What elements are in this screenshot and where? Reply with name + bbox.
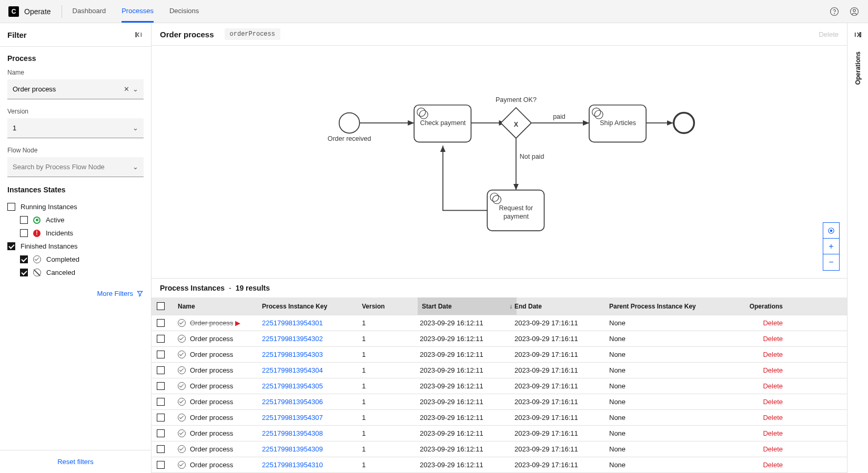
nav-decisions[interactable]: Decisions	[169, 1, 199, 23]
row-checkbox[interactable]	[157, 335, 165, 343]
row-checkbox[interactable]	[157, 414, 165, 421]
row-version: 1	[362, 319, 420, 327]
filter-icon	[136, 290, 144, 297]
delete-instance-button[interactable]: Delete	[730, 351, 783, 358]
delete-instance-button[interactable]: Delete	[730, 335, 783, 343]
instance-key-link[interactable]: 2251799813954304	[262, 366, 362, 374]
row-checkbox[interactable]	[157, 351, 165, 358]
zoom-reset-button[interactable]	[823, 223, 839, 239]
end-event-node[interactable]	[674, 113, 694, 133]
start-event-node[interactable]	[339, 113, 360, 133]
completed-status-icon	[178, 461, 186, 469]
col-name[interactable]: Name	[178, 303, 262, 310]
collapse-sidebar-icon[interactable]	[133, 29, 144, 40]
delete-instance-button[interactable]: Delete	[730, 398, 783, 406]
process-section-title: Process	[7, 54, 144, 63]
finished-instances-checkbox[interactable]: Finished Instances	[7, 240, 144, 253]
delete-instance-button[interactable]: Delete	[730, 429, 783, 437]
instance-key-link[interactable]: 2251799813954305	[262, 382, 362, 390]
row-checkbox[interactable]	[157, 398, 165, 406]
row-end: 2023-09-29 17:16:11	[514, 335, 609, 343]
active-checkbox[interactable]: Active	[7, 213, 144, 227]
instance-key-link[interactable]: 2251799813954306	[262, 398, 362, 406]
svg-rect-4	[136, 33, 137, 37]
start-event-label: Order received	[328, 135, 371, 142]
svg-text:X: X	[514, 121, 519, 128]
select-all-checkbox[interactable]	[157, 302, 165, 310]
page-title: Order process	[160, 30, 214, 39]
states-section-title: Instances States	[7, 186, 144, 194]
instance-key-link[interactable]: 2251799813954303	[262, 351, 362, 358]
row-version: 1	[362, 351, 420, 358]
col-start-date[interactable]: Start Date↓	[418, 297, 517, 315]
delete-instance-button[interactable]: Delete	[730, 461, 783, 469]
table-row[interactable]: Order process 2251799813954302 1 2023-09…	[152, 331, 847, 347]
checkbox-icon	[20, 216, 28, 224]
delete-instance-button[interactable]: Delete	[730, 382, 783, 390]
flownode-input[interactable]	[13, 163, 129, 171]
row-checkbox[interactable]	[157, 445, 165, 453]
delete-instance-button[interactable]: Delete	[730, 319, 783, 327]
row-checkbox[interactable]	[157, 319, 165, 327]
row-checkbox[interactable]	[157, 429, 165, 437]
completed-checkbox[interactable]: Completed	[7, 253, 144, 266]
user-icon[interactable]	[849, 6, 860, 17]
bpmn-diagram[interactable]: Order received Check payment X Payment O…	[152, 46, 847, 278]
instance-key-link[interactable]: 2251799813954310	[262, 461, 362, 469]
operations-rail[interactable]: Operations	[847, 23, 868, 473]
active-status-icon	[33, 217, 41, 224]
table-row[interactable]: Order process 2251799813954304 1 2023-09…	[152, 363, 847, 378]
instance-key-link[interactable]: 2251799813954302	[262, 335, 362, 343]
clear-icon[interactable]: ✕	[124, 85, 129, 93]
row-checkbox[interactable]	[157, 366, 165, 374]
table-row[interactable]: Order process 2251799813954310 1 2023-09…	[152, 457, 847, 473]
col-key[interactable]: Process Instance Key	[262, 303, 362, 310]
reset-filters-link[interactable]: Reset filters	[0, 450, 151, 473]
canceled-checkbox[interactable]: Canceled	[7, 266, 144, 279]
col-parent[interactable]: Parent Process Instance Key	[609, 303, 730, 310]
zoom-in-button[interactable]: +	[823, 239, 839, 254]
chevron-down-icon[interactable]: ⌄	[133, 85, 138, 93]
instance-key-link[interactable]: 2251799813954307	[262, 414, 362, 421]
delete-definition-button[interactable]: Delete	[819, 30, 839, 38]
zoom-out-button[interactable]: −	[823, 254, 839, 270]
table-row[interactable]: Order process 2251799813954303 1 2023-09…	[152, 347, 847, 363]
name-select[interactable]: ✕ ⌄	[7, 79, 144, 99]
table-row[interactable]: Order process 2251799813954309 1 2023-09…	[152, 441, 847, 457]
incidents-checkbox[interactable]: ! Incidents	[7, 227, 144, 240]
instance-key-link[interactable]: 2251799813954309	[262, 445, 362, 453]
svg-point-3	[853, 9, 856, 12]
delete-instance-button[interactable]: Delete	[730, 445, 783, 453]
instance-key-link[interactable]: 2251799813954308	[262, 429, 362, 437]
expand-rail-icon[interactable]	[854, 30, 862, 39]
table-row[interactable]: Order process 2251799813954305 1 2023-09…	[152, 378, 847, 394]
completed-status-icon	[33, 255, 41, 263]
col-end-date[interactable]: End Date	[514, 303, 609, 310]
more-filters-link[interactable]: More Filters	[7, 290, 144, 297]
table-row[interactable]: Order process 2251799813954307 1 2023-09…	[152, 410, 847, 426]
chevron-down-icon[interactable]: ⌄	[133, 124, 138, 132]
version-input[interactable]	[13, 124, 129, 132]
help-icon[interactable]	[829, 6, 840, 17]
svg-point-13	[830, 230, 832, 232]
row-name: Order process	[190, 461, 233, 469]
chevron-down-icon[interactable]: ⌄	[133, 163, 138, 171]
row-checkbox[interactable]	[157, 461, 165, 469]
flownode-select[interactable]: ⌄	[7, 157, 144, 177]
table-row[interactable]: Order process 2251799813954308 1 2023-09…	[152, 426, 847, 441]
table-row[interactable]: Order process▶ 2251799813954301 1 2023-0…	[152, 315, 847, 331]
row-name: Order process	[190, 366, 233, 374]
delete-instance-button[interactable]: Delete	[730, 414, 783, 421]
completed-status-icon	[178, 429, 186, 437]
version-select[interactable]: ⌄	[7, 118, 144, 138]
delete-instance-button[interactable]: Delete	[730, 366, 783, 374]
running-instances-checkbox[interactable]: Running Instances	[7, 200, 144, 213]
col-version[interactable]: Version	[362, 303, 420, 310]
nav-processes[interactable]: Processes	[122, 1, 154, 23]
table-row[interactable]: Order process 2251799813954306 1 2023-09…	[152, 394, 847, 410]
instance-key-link[interactable]: 2251799813954301	[262, 319, 362, 327]
nav-dashboard[interactable]: Dashboard	[73, 1, 106, 23]
name-input[interactable]	[13, 85, 120, 93]
row-checkbox[interactable]	[157, 382, 165, 390]
col-operations: Operations	[730, 303, 783, 310]
